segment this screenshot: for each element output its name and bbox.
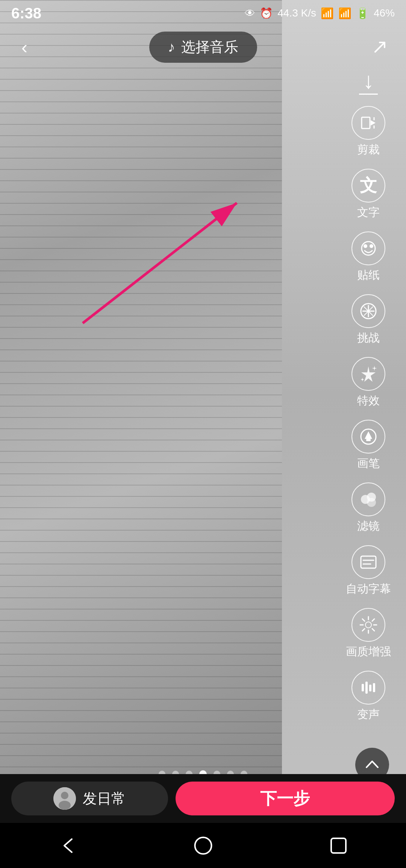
brush-button[interactable]: 画笔 [351,420,385,471]
text-button[interactable]: 文 文字 [351,169,385,220]
battery-icon: 🔋 [356,7,369,20]
next-button[interactable]: 下一步 [176,782,395,815]
voice-label: 变声 [357,707,380,722]
recent-nav-icon [328,835,349,856]
clip-icon [351,106,385,140]
svg-line-30 [372,619,374,621]
svg-rect-37 [373,683,375,692]
effect-icon [351,357,385,391]
caption-icon [351,545,385,579]
svg-point-41 [61,792,68,799]
challenge-label: 挑战 [357,330,380,346]
download-button[interactable]: ↓ [359,68,378,102]
chevron-up-icon [363,755,382,774]
next-label: 下一步 [260,788,310,810]
svg-marker-13 [372,366,377,371]
nav-recent-button[interactable] [320,827,357,864]
download-icon: ↓ [363,68,374,94]
enhance-button[interactable]: 画质增强 [346,608,391,659]
svg-rect-0 [362,117,370,129]
filter-button[interactable]: 滤镜 [351,482,385,534]
home-nav-icon [193,835,214,856]
svg-line-28 [362,619,365,621]
challenge-button[interactable]: 挑战 [351,294,385,346]
sticker-button[interactable]: 贴纸 [351,231,385,283]
svg-point-32 [365,622,371,628]
svg-rect-44 [331,838,346,853]
filter-icon [351,482,385,516]
nav-bar [0,823,406,868]
music-select-button[interactable]: ♪ 选择音乐 [149,32,257,63]
voice-icon [351,671,385,705]
back-button[interactable]: ‹ [11,34,38,60]
wifi-icon: 📶 [321,7,334,20]
right-toolbar: ↓ 剪裁 文 文字 贴纸 [338,68,398,733]
svg-rect-35 [365,682,368,694]
data-speed: 44.3 K/s [277,7,316,19]
top-bar: ‹ ♪ 选择音乐 [0,26,406,68]
video-background [0,0,282,789]
brush-icon [351,420,385,454]
svg-marker-16 [365,431,372,439]
text-label: 文字 [357,205,380,220]
download-line [359,94,378,95]
svg-point-6 [370,244,373,248]
svg-line-29 [372,629,374,631]
nav-back-button[interactable] [49,827,86,864]
svg-marker-1 [371,120,376,126]
challenge-icon [351,294,385,328]
music-note-icon: ♪ [168,39,175,55]
share-button[interactable] [368,34,395,60]
svg-point-5 [364,244,367,248]
status-bar: 6:38 👁 ⏰ 44.3 K/s 📶 📶 🔋 46% [0,0,406,26]
eye-icon: 👁 [245,7,255,20]
status-time: 6:38 [11,5,41,22]
sticker-label: 贴纸 [357,268,380,283]
clip-button[interactable]: 剪裁 [351,106,385,157]
brush-label: 画笔 [357,456,380,471]
bottom-bar: 发日常 下一步 [0,774,406,823]
svg-rect-36 [369,685,371,691]
filter-label: 滤镜 [357,519,380,534]
effect-label: 特效 [357,393,380,408]
share-icon [371,37,392,57]
daily-label: 发日常 [83,789,126,808]
caption-button[interactable]: 自动字幕 [346,545,391,597]
svg-line-31 [362,629,365,631]
signal-icon: 📶 [338,7,351,20]
alarm-icon: ⏰ [260,7,273,20]
avatar [53,787,76,810]
music-button-label: 选择音乐 [181,38,238,57]
svg-rect-17 [366,439,371,441]
text-icon: 文 [351,169,385,203]
enhance-icon [351,608,385,642]
caption-label: 自动字幕 [346,581,391,597]
back-nav-icon [58,835,78,856]
svg-rect-21 [361,556,376,568]
enhance-label: 画质增强 [346,644,391,659]
status-icons: 👁 ⏰ 44.3 K/s 📶 📶 🔋 46% [245,7,395,20]
svg-point-4 [362,242,375,255]
svg-rect-34 [362,684,364,691]
svg-point-20 [367,498,376,507]
voice-button[interactable]: 变声 [351,671,385,722]
svg-marker-14 [361,378,364,381]
effect-button[interactable]: 特效 [351,357,385,408]
nav-home-button[interactable] [184,827,222,864]
svg-point-42 [59,801,71,810]
daily-button[interactable]: 发日常 [11,782,168,815]
sticker-icon [351,231,385,265]
svg-point-43 [195,837,211,854]
battery-percent: 46% [374,7,395,19]
clip-label: 剪裁 [357,142,380,157]
